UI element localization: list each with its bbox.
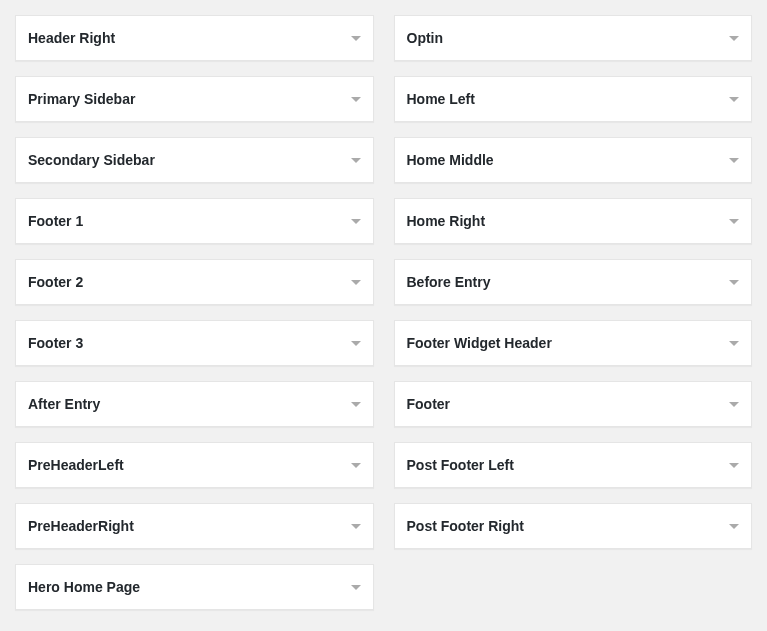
caret-down-icon xyxy=(729,402,739,407)
widget-area-title: Footer Widget Header xyxy=(407,335,552,351)
widget-area-preheader-right[interactable]: PreHeaderRight xyxy=(15,503,374,549)
widget-area-title: Hero Home Page xyxy=(28,579,140,595)
widget-area-optin[interactable]: Optin xyxy=(394,15,753,61)
widget-area-secondary-sidebar[interactable]: Secondary Sidebar xyxy=(15,137,374,183)
caret-down-icon xyxy=(729,463,739,468)
caret-down-icon xyxy=(351,524,361,529)
widget-columns: Header Right Primary Sidebar Secondary S… xyxy=(15,15,752,610)
widget-area-title: Secondary Sidebar xyxy=(28,152,155,168)
widget-area-hero-home-page[interactable]: Hero Home Page xyxy=(15,564,374,610)
widget-area-primary-sidebar[interactable]: Primary Sidebar xyxy=(15,76,374,122)
widget-area-title: Post Footer Right xyxy=(407,518,524,534)
caret-down-icon xyxy=(351,97,361,102)
widget-area-title: Footer 3 xyxy=(28,335,83,351)
caret-down-icon xyxy=(351,219,361,224)
caret-down-icon xyxy=(351,402,361,407)
widget-area-footer-1[interactable]: Footer 1 xyxy=(15,198,374,244)
caret-down-icon xyxy=(729,524,739,529)
widget-area-before-entry[interactable]: Before Entry xyxy=(394,259,753,305)
widget-area-title: Post Footer Left xyxy=(407,457,514,473)
widget-area-footer[interactable]: Footer xyxy=(394,381,753,427)
widget-area-title: PreHeaderLeft xyxy=(28,457,124,473)
widget-area-title: Optin xyxy=(407,30,444,46)
widget-area-title: Home Left xyxy=(407,91,475,107)
caret-down-icon xyxy=(351,36,361,41)
widget-area-preheader-left[interactable]: PreHeaderLeft xyxy=(15,442,374,488)
widget-area-title: Footer 1 xyxy=(28,213,83,229)
caret-down-icon xyxy=(351,585,361,590)
widget-area-post-footer-left[interactable]: Post Footer Left xyxy=(394,442,753,488)
widget-area-title: After Entry xyxy=(28,396,100,412)
widget-column-left: Header Right Primary Sidebar Secondary S… xyxy=(15,15,374,610)
caret-down-icon xyxy=(729,219,739,224)
caret-down-icon xyxy=(729,158,739,163)
widget-area-title: Before Entry xyxy=(407,274,491,290)
widget-area-title: Footer 2 xyxy=(28,274,83,290)
widget-area-title: Footer xyxy=(407,396,451,412)
widget-area-title: PreHeaderRight xyxy=(28,518,134,534)
caret-down-icon xyxy=(729,36,739,41)
widget-area-after-entry[interactable]: After Entry xyxy=(15,381,374,427)
caret-down-icon xyxy=(351,158,361,163)
caret-down-icon xyxy=(351,280,361,285)
widget-area-home-middle[interactable]: Home Middle xyxy=(394,137,753,183)
widget-area-title: Home Middle xyxy=(407,152,494,168)
widget-area-header-right[interactable]: Header Right xyxy=(15,15,374,61)
widget-area-title: Primary Sidebar xyxy=(28,91,135,107)
widget-area-post-footer-right[interactable]: Post Footer Right xyxy=(394,503,753,549)
caret-down-icon xyxy=(729,97,739,102)
widget-area-title: Header Right xyxy=(28,30,115,46)
caret-down-icon xyxy=(351,463,361,468)
widget-area-footer-widget-header[interactable]: Footer Widget Header xyxy=(394,320,753,366)
widget-area-home-right[interactable]: Home Right xyxy=(394,198,753,244)
widget-area-home-left[interactable]: Home Left xyxy=(394,76,753,122)
caret-down-icon xyxy=(729,341,739,346)
caret-down-icon xyxy=(351,341,361,346)
widget-area-footer-3[interactable]: Footer 3 xyxy=(15,320,374,366)
widget-area-footer-2[interactable]: Footer 2 xyxy=(15,259,374,305)
caret-down-icon xyxy=(729,280,739,285)
widget-column-right: Optin Home Left Home Middle Home Right B… xyxy=(394,15,753,610)
widget-area-title: Home Right xyxy=(407,213,486,229)
